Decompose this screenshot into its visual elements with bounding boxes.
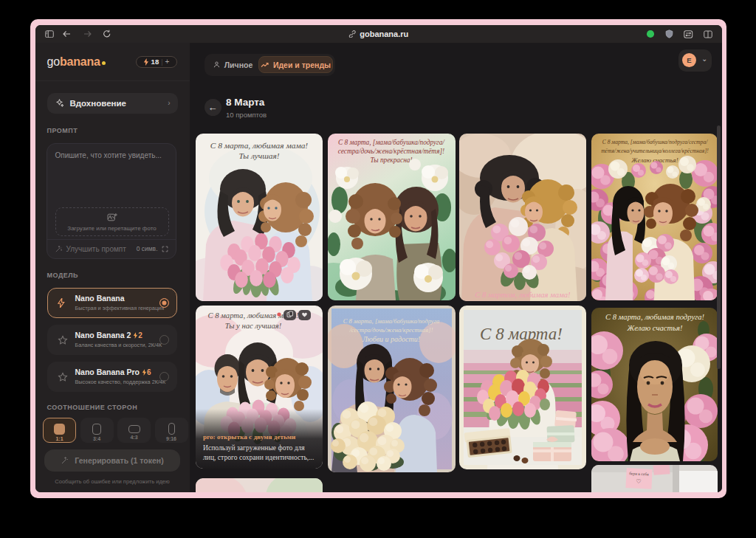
svg-text:Ты лучшая!: Ты лучшая! bbox=[238, 151, 279, 160]
svg-text:Ты прекрасна!: Ты прекрасна! bbox=[370, 156, 412, 164]
svg-text:Ты у нас лучшая!: Ты у нас лучшая! bbox=[225, 322, 282, 330]
svg-text:С 8 марта, любимая мама!: С 8 марта, любимая мама! bbox=[210, 141, 309, 150]
svg-text:С 8 марта, [мама/бабушка/подру: С 8 марта, [мама/бабушка/подруга/сестра/ bbox=[602, 139, 707, 145]
svg-text:/сестра/дочь/жена/крестная]!: /сестра/дочь/жена/крестная]! bbox=[348, 326, 433, 334]
svg-text:С 8 мартом, любимая мама!: С 8 мартом, любимая мама! bbox=[475, 291, 571, 299]
svg-text:Желаю счастья!: Желаю счастья! bbox=[626, 324, 682, 332]
svg-text:С 8 марта!: С 8 марта! bbox=[480, 325, 563, 343]
svg-text:pro: открытка с двумя детьми: pro: открытка с двумя детьми bbox=[203, 433, 296, 441]
svg-text:лиц, строго сохрани идентичнос: лиц, строго сохрани идентичность,... bbox=[203, 453, 314, 461]
svg-text:С 8 марта, [мама/бабушка/подру: С 8 марта, [мама/бабушка/подруга/ bbox=[338, 139, 445, 146]
svg-text:тётя/жена/учительница/коллега/: тётя/жена/учительница/коллега/крёстная]! bbox=[601, 148, 709, 154]
svg-text:Любви и радости!: Любви и радости! bbox=[361, 335, 419, 343]
svg-text:Используй загруженные фото для: Используй загруженные фото для bbox=[203, 444, 305, 452]
svg-text:С 8 марта, любимая подруга!: С 8 марта, любимая подруга! bbox=[605, 313, 704, 321]
svg-text:сестра/дочь/жена/крёстная/тётя: сестра/дочь/жена/крёстная/тётя]! bbox=[337, 148, 444, 155]
svg-text:С 8 марта, [мама/бабушка/подру: С 8 марта, [мама/бабушка/подруга bbox=[343, 317, 439, 325]
svg-text:♡: ♡ bbox=[636, 477, 642, 484]
